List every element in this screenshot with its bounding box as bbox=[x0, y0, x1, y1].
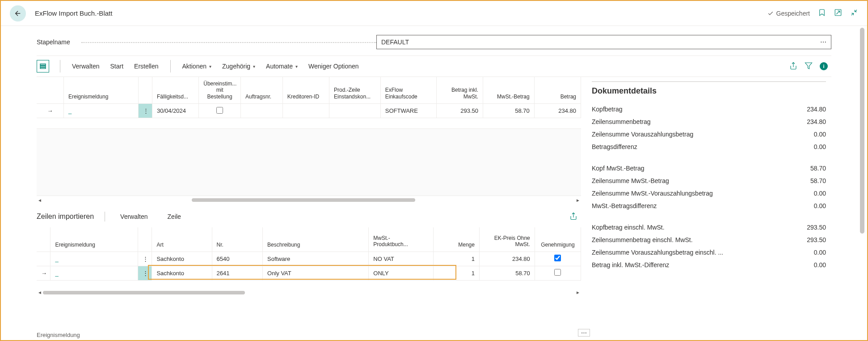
toolbar-aktionen[interactable]: Aktionen▾ bbox=[178, 60, 216, 72]
cell-exflow[interactable]: SOFTWARE bbox=[380, 104, 436, 118]
table-row[interactable]: → _ ⋮ Sachkonto 2641 Only VAT ONLY 1 58.… bbox=[37, 266, 581, 280]
toolbar-verwalten[interactable]: Verwalten bbox=[67, 60, 104, 72]
detail-row: Zeilensumme MwSt.-Betrag58.70 bbox=[592, 175, 826, 187]
footer-more-button[interactable]: ⋯ bbox=[578, 329, 590, 337]
cell-kreditor[interactable] bbox=[282, 104, 329, 118]
col-kreditor[interactable]: Kreditoren-ID bbox=[282, 77, 329, 104]
cell-fallig[interactable]: 30/04/2024 bbox=[152, 104, 198, 118]
cell-ereignis[interactable]: _ bbox=[63, 104, 138, 118]
cell-mwst[interactable]: 58.70 bbox=[483, 104, 535, 118]
chevron-down-icon: ▾ bbox=[209, 64, 211, 69]
col2-mwstbuch[interactable]: MwSt.-Produktbuch... bbox=[369, 227, 433, 251]
scroll-right-icon[interactable]: ► bbox=[575, 290, 581, 295]
back-button[interactable] bbox=[10, 5, 26, 21]
sub-share-icon[interactable] bbox=[569, 212, 581, 222]
detail-row: Zeilensumme MwSt.-Vorauszahlungsbetrag0.… bbox=[592, 187, 826, 200]
import-grid: Ereignismeldung Fälligkeitsd... Übereins… bbox=[37, 77, 581, 196]
details-pane: Dokumentdetails Kopfbetrag234.80 Zeilens… bbox=[581, 77, 831, 297]
svg-rect-2 bbox=[40, 66, 46, 67]
col2-menge[interactable]: Menge bbox=[433, 227, 479, 251]
col2-genehm[interactable]: Genehmigung bbox=[535, 227, 581, 251]
filter-icon[interactable] bbox=[805, 62, 813, 71]
col2-beschr[interactable]: Beschreibung bbox=[263, 227, 369, 251]
view-toggle-button[interactable] bbox=[37, 60, 49, 72]
scroll-left-icon[interactable]: ◄ bbox=[37, 198, 43, 203]
cell-uberein[interactable] bbox=[199, 104, 241, 118]
svg-rect-3 bbox=[40, 68, 46, 69]
detail-row: Kopfbetrag234.80 bbox=[592, 103, 826, 115]
popout-icon[interactable] bbox=[834, 9, 842, 18]
sub-verwalten[interactable]: Verwalten bbox=[116, 210, 152, 223]
sub-zeile[interactable]: Zeile bbox=[163, 210, 185, 223]
detail-row: Kopf MwSt.-Betrag58.70 bbox=[592, 162, 826, 175]
cell-prodzeile[interactable] bbox=[329, 104, 381, 118]
list-icon bbox=[39, 63, 46, 70]
col-mwst[interactable]: MwSt.-Betrag bbox=[483, 77, 535, 104]
vscrollbar[interactable] bbox=[859, 28, 865, 336]
row-menu-button[interactable]: ⋮ bbox=[138, 251, 152, 266]
col-prodzeile[interactable]: Prod.-ZeileEinstandskon... bbox=[329, 77, 381, 104]
footer-message: Ereignismeldung bbox=[37, 332, 80, 338]
collapse-icon[interactable] bbox=[850, 9, 858, 18]
page-title: ExFlow Import Buch.-Blatt bbox=[35, 9, 112, 17]
toolbar-weniger[interactable]: Weniger Optionen bbox=[304, 60, 363, 72]
detail-row: Zeilensummenbetrag234.80 bbox=[592, 115, 826, 128]
hscrollbar-bottom[interactable]: ◄ ► bbox=[37, 289, 581, 297]
stapelname-label: Stapelname bbox=[37, 38, 376, 46]
ellipsis-icon[interactable]: ⋯ bbox=[820, 38, 826, 46]
arrow-left-icon bbox=[14, 9, 22, 17]
detail-row: Kopfbetrag einschl. MwSt.293.50 bbox=[592, 221, 826, 234]
detail-row: Betrag inkl. MwSt.-Differenz0.00 bbox=[592, 259, 826, 271]
detail-row: Betragsdifferenz0.00 bbox=[592, 141, 826, 153]
details-title: Dokumentdetails bbox=[592, 81, 826, 103]
share-icon[interactable] bbox=[789, 62, 797, 71]
col-betraginkl[interactable]: Betrag inkl.MwSt. bbox=[436, 77, 483, 104]
col2-art[interactable]: Art bbox=[152, 227, 212, 251]
col-exflow[interactable]: ExFlowEinkaufscode bbox=[380, 77, 436, 104]
chevron-down-icon: ▾ bbox=[253, 64, 255, 69]
info-icon[interactable]: i bbox=[820, 62, 828, 70]
row-selector-icon[interactable]: → bbox=[37, 104, 63, 118]
detail-row: Zeilensummenbetrag einschl. MwSt.293.50 bbox=[592, 234, 826, 246]
check-icon bbox=[767, 10, 774, 17]
chevron-down-icon: ▾ bbox=[295, 64, 298, 69]
saved-indicator: Gespeichert bbox=[767, 10, 810, 17]
detail-row: Zeilensumme Vorauszahlungsbetrag0.00 bbox=[592, 128, 826, 141]
toolbar-automate[interactable]: Automate▾ bbox=[261, 60, 302, 72]
svg-marker-4 bbox=[805, 63, 812, 69]
col-ereignis[interactable]: Ereignismeldung bbox=[63, 77, 138, 104]
col-uberein[interactable]: Übereinstim...mitBestellung bbox=[199, 77, 241, 104]
col2-nr[interactable]: Nr. bbox=[212, 227, 262, 251]
cell-auftrag[interactable] bbox=[241, 104, 283, 118]
scroll-right-icon[interactable]: ► bbox=[575, 198, 581, 203]
cell-betraginkl[interactable]: 293.50 bbox=[436, 104, 483, 118]
svg-rect-1 bbox=[40, 64, 46, 65]
scroll-left-icon[interactable]: ◄ bbox=[37, 290, 43, 295]
table-row[interactable]: _ ⋮ Sachkonto 6540 Software NO VAT 1 234… bbox=[37, 251, 581, 266]
lines-grid: Ereignismeldung Art Nr. Beschreibung MwS… bbox=[37, 227, 581, 281]
col2-ereignis[interactable]: Ereignismeldung bbox=[51, 227, 138, 251]
hscrollbar-top[interactable]: ◄ ► bbox=[37, 196, 581, 204]
cell-betrag[interactable]: 234.80 bbox=[534, 104, 581, 118]
bookmark-icon[interactable] bbox=[818, 9, 826, 18]
detail-row: Zeilensumme Vorauszahlungsbetrag einschl… bbox=[592, 246, 826, 259]
row-menu-button[interactable]: ⋮ bbox=[138, 266, 152, 280]
toolbar-erstellen[interactable]: Erstellen bbox=[130, 60, 163, 72]
sub-title: Zeilen importieren bbox=[37, 213, 94, 221]
row-selector-icon[interactable]: → bbox=[37, 266, 51, 280]
table-row[interactable]: → _ ⋮ 30/04/2024 SOFTWARE 293.50 58.70 2… bbox=[37, 104, 581, 118]
row-menu-button[interactable]: ⋮ bbox=[138, 104, 152, 118]
detail-row: MwSt.-Betragsdifferenz0.00 bbox=[592, 200, 826, 212]
col-fallig[interactable]: Fälligkeitsd... bbox=[152, 77, 198, 104]
stapelname-input[interactable]: DEFAULT ⋯ bbox=[376, 35, 831, 49]
toolbar-start[interactable]: Start bbox=[105, 60, 128, 72]
col-betrag[interactable]: Betrag bbox=[534, 77, 581, 104]
col2-ekpreis[interactable]: EK-Preis OhneMwSt. bbox=[479, 227, 535, 251]
toolbar-zugehorig[interactable]: Zugehörig▾ bbox=[218, 60, 260, 72]
col-auftrag[interactable]: Auftragsnr. bbox=[241, 77, 283, 104]
